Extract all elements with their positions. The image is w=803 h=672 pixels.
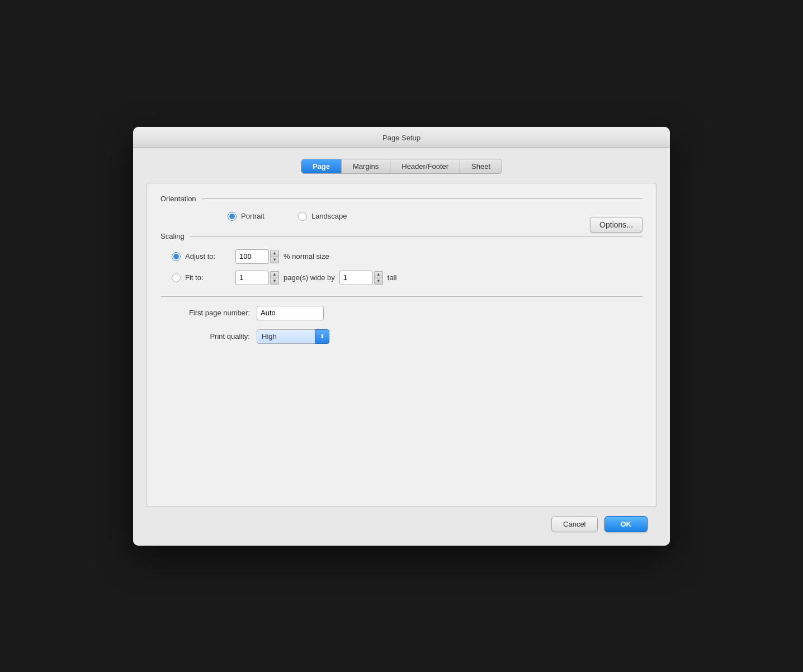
fit-tall-group: ▲ ▼ bbox=[339, 271, 383, 285]
first-page-number-row: First page number: bbox=[160, 306, 643, 320]
first-page-number-input[interactable] bbox=[257, 306, 324, 320]
landscape-option[interactable]: Landscape bbox=[298, 212, 347, 221]
adjust-to-stepper: ▲ ▼ bbox=[270, 250, 279, 263]
scaling-label: Scaling bbox=[160, 232, 185, 240]
fit-to-label: Fit to: bbox=[185, 273, 235, 282]
tab-page[interactable]: Page bbox=[301, 159, 342, 173]
adjust-to-down[interactable]: ▼ bbox=[270, 257, 279, 263]
fit-tall-stepper: ▲ ▼ bbox=[374, 271, 383, 285]
tab-strip: Page Margins Header/Footer Sheet bbox=[301, 159, 502, 174]
fit-to-radio[interactable] bbox=[172, 273, 181, 282]
adjust-to-label: Adjust to: bbox=[185, 252, 235, 261]
landscape-radio[interactable] bbox=[298, 212, 307, 221]
cancel-button[interactable]: Cancel bbox=[551, 516, 597, 532]
scaling-section: Scaling Adjust to: ▲ ▼ % normal size bbox=[160, 232, 643, 285]
dialog-title: Page Setup bbox=[382, 134, 421, 142]
tab-header-footer[interactable]: Header/Footer bbox=[390, 159, 460, 173]
content-area: Options... Orientation Portrait Landscap… bbox=[147, 183, 656, 507]
fit-tall-suffix: tall bbox=[388, 273, 397, 282]
scaling-section-header: Scaling bbox=[160, 232, 643, 240]
ok-button[interactable]: OK bbox=[604, 516, 648, 532]
section-divider bbox=[160, 296, 643, 297]
landscape-label: Landscape bbox=[311, 212, 347, 220]
portrait-radio[interactable] bbox=[228, 212, 237, 221]
tab-margins[interactable]: Margins bbox=[342, 159, 390, 173]
orientation-section-header: Orientation bbox=[160, 195, 643, 203]
fit-wide-down[interactable]: ▼ bbox=[270, 278, 279, 285]
adjust-to-suffix: % normal size bbox=[284, 252, 329, 261]
fit-tall-up[interactable]: ▲ bbox=[374, 271, 383, 278]
fit-wide-up[interactable]: ▲ bbox=[270, 271, 279, 278]
portrait-option[interactable]: Portrait bbox=[228, 212, 264, 221]
bottom-buttons: Cancel OK bbox=[147, 507, 656, 532]
first-page-number-label: First page number: bbox=[160, 309, 250, 317]
print-quality-row: Print quality: High Medium Low Draft ⬍ bbox=[160, 329, 643, 344]
dialog-body: Page Margins Header/Footer Sheet Options… bbox=[133, 148, 670, 546]
print-quality-select[interactable]: High Medium Low Draft bbox=[257, 329, 329, 344]
adjust-to-input[interactable] bbox=[235, 249, 269, 264]
fit-tall-down[interactable]: ▼ bbox=[374, 278, 383, 285]
tabs-container: Page Margins Header/Footer Sheet bbox=[147, 159, 656, 174]
fit-tall-input[interactable] bbox=[339, 271, 373, 285]
orientation-divider bbox=[202, 198, 643, 199]
options-button[interactable]: Options... bbox=[590, 217, 643, 233]
scaling-divider bbox=[190, 236, 643, 236]
fit-wide-suffix: page(s) wide by bbox=[284, 273, 335, 282]
print-quality-label: Print quality: bbox=[160, 332, 250, 340]
orientation-label: Orientation bbox=[160, 195, 196, 203]
page-setup-dialog: Page Setup Page Margins Header/Footer Sh… bbox=[133, 127, 670, 546]
adjust-to-radio[interactable] bbox=[172, 252, 181, 261]
tab-sheet[interactable]: Sheet bbox=[460, 159, 502, 173]
fit-wide-stepper: ▲ ▼ bbox=[270, 271, 279, 285]
fit-wide-group: ▲ ▼ bbox=[235, 271, 279, 285]
fit-to-row: Fit to: ▲ ▼ page(s) wide by ▲ ▼ bbox=[160, 271, 643, 285]
print-quality-dropdown-container: High Medium Low Draft ⬍ bbox=[257, 329, 329, 344]
adjust-to-up[interactable]: ▲ bbox=[270, 250, 279, 257]
title-bar: Page Setup bbox=[133, 127, 670, 148]
orientation-options: Portrait Landscape bbox=[228, 212, 643, 221]
portrait-label: Portrait bbox=[241, 212, 264, 220]
adjust-to-input-group: ▲ ▼ bbox=[235, 249, 279, 264]
adjust-to-row: Adjust to: ▲ ▼ % normal size bbox=[160, 249, 643, 264]
fit-wide-input[interactable] bbox=[235, 271, 269, 285]
